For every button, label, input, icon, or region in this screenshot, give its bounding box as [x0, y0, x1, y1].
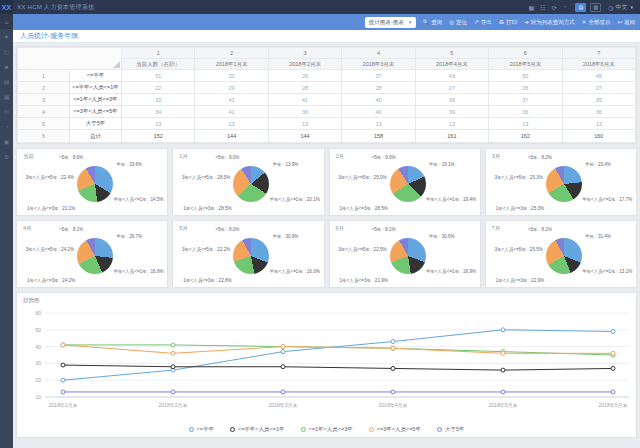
language-label: 中文: [616, 3, 628, 12]
x-tick-label: 2018年1月末: [49, 402, 78, 409]
app-logo: XX: [0, 0, 13, 14]
data-point: [171, 351, 175, 355]
sidebar-item-favorites[interactable]: ★: [0, 29, 13, 44]
legend-label: <=半年<人员<=1年: [238, 426, 285, 433]
cell-value: 39: [415, 106, 488, 118]
table-row[interactable]: 3<=1年<人员<=3年32414140393735: [18, 94, 636, 106]
cell-value: 36: [268, 106, 341, 118]
sidebar-item-settings[interactable]: ⚙: [0, 149, 13, 164]
pie-card-4月: 4月半年 : 26.7%半年<人员<=1年 : 16.8%1年<人员<=3年 :…: [16, 220, 168, 288]
cell-value: 161: [415, 130, 488, 143]
chevron-down-icon: ▼: [630, 5, 634, 10]
row-label: <=半年: [70, 70, 122, 82]
col-number: 6: [489, 48, 562, 59]
col-header: 2018年2月末: [268, 59, 341, 70]
pie-card-1月: 1月半年 : 13.9%半年<人员<=1年 : 20.1%1年<人员<=3年 :…: [172, 148, 324, 216]
pie-slice-label: 半年 : 18.1%: [429, 162, 455, 167]
topbar: XX XX HCM 人力资本管理系统 ▦☷⟳◔ ▤▥ ◷ 中文 ▼: [0, 0, 640, 14]
pie-slice-label: 3年<人员<=5年 : 28.5%: [182, 175, 230, 180]
y-tick-label: 20: [35, 377, 41, 383]
view-mode-value: 统计图表-图表: [369, 19, 404, 26]
org-view-button[interactable]: ▥: [590, 3, 601, 12]
toolbar-search-label: 查询: [431, 19, 442, 26]
sidebar-item-person[interactable]: ☻: [0, 59, 13, 74]
col-number: 3: [268, 48, 341, 59]
pie-slice-label: 1年<人员<=3年 : 24.2%: [27, 278, 75, 283]
data-point: [611, 390, 615, 394]
toolbar-switch-list-mode-button[interactable]: ➜转为列表查询方式: [524, 19, 575, 26]
toolbar-switch-list-mode-label: 转为列表查询方式: [531, 19, 575, 26]
toolbar-search-button[interactable]: 🔍查询: [422, 19, 442, 26]
table-row[interactable]: 5大于5年13131313131313: [18, 118, 636, 130]
switch-list-mode-icon: ➜: [524, 19, 529, 25]
pie-title: 7月: [492, 225, 501, 232]
table-row[interactable]: 4<=3年<人员<=5年34413640393636: [18, 106, 636, 118]
legend-item-y3_to_5[interactable]: <=3年<人员<=5年: [369, 426, 421, 433]
toolbar-export-button[interactable]: ↗导出: [474, 19, 492, 26]
calendar-icon: ▦: [4, 93, 10, 100]
app-root: { "app": { "logo_text": "XX", "title": "…: [0, 0, 640, 448]
language-switcher[interactable]: ◷ 中文 ▼: [608, 3, 634, 12]
data-point: [501, 351, 505, 355]
pie-slice-label: 半年<人员<=1年 : 16.9%: [426, 269, 476, 274]
pie-slice-label: >5年 : 8.0%: [215, 227, 239, 232]
pie-slice-label: >5年 : 9.0%: [371, 155, 395, 160]
legend-item-half_year[interactable]: <=半年: [189, 426, 214, 433]
data-point: [61, 343, 65, 347]
employee-view-button[interactable]: ▤: [575, 3, 586, 12]
table-row[interactable]: 1<=半年51202637435049: [18, 70, 636, 82]
data-point: [391, 340, 395, 344]
col-header: 2018年6月末: [562, 59, 635, 70]
legend-item-half_to_1[interactable]: <=半年<人员<=1年: [230, 426, 285, 433]
cell-value: 160: [562, 130, 635, 143]
sidebar-item-chart[interactable]: ◔: [0, 119, 13, 134]
toolbar-show-all-button[interactable]: ✕全部显示: [582, 19, 611, 26]
view-mode-dropdown[interactable]: 统计图表-图表 ▼: [365, 17, 416, 28]
col-number: 7: [562, 48, 635, 59]
refresh-icon[interactable]: ⟳: [552, 4, 557, 11]
help-icon[interactable]: ◔: [563, 4, 567, 10]
apps-grid-icon[interactable]: ☷: [540, 4, 545, 11]
table-row[interactable]: 2<=半年<人员<=1年22292828272627: [18, 82, 636, 94]
cell-value: 43: [415, 70, 488, 82]
data-point: [501, 328, 505, 332]
sidebar-item-home[interactable]: ⌂: [0, 14, 13, 29]
pie-title: 5月: [179, 225, 188, 232]
legend-item-y1_to_3[interactable]: <=1年<人员<=3年: [301, 426, 353, 433]
pie-title: 6月: [336, 225, 345, 232]
legend-item-gt_5[interactable]: 大于5年: [437, 426, 465, 433]
toolbar-locate-button[interactable]: ◎定位: [449, 19, 467, 26]
sidebar-item-report[interactable]: ▤: [0, 74, 13, 89]
pie-slice-label: 半年 : 26.7%: [116, 234, 142, 239]
legend-marker-icon: [369, 427, 374, 432]
cell-value: 29: [195, 82, 268, 94]
sidebar: ⌂★◫☻▤▦✉◔▣⚙: [0, 14, 13, 448]
pie-graphic: [390, 166, 426, 202]
sidebar-item-folder[interactable]: ▣: [0, 134, 13, 149]
sidebar-item-mail[interactable]: ✉: [0, 104, 13, 119]
pie-slice-label: 1年<人员<=3年 : 22.9%: [496, 278, 544, 283]
row-number: 6: [18, 130, 70, 143]
toolbar-back-button[interactable]: ↩返回: [617, 19, 635, 26]
pie-slice-label: >5年 : 8.1%: [59, 227, 83, 232]
row-number: 3: [18, 94, 70, 106]
data-point: [61, 390, 65, 394]
y-tick-label: 30: [35, 360, 41, 366]
cell-value: 37: [342, 70, 415, 82]
pie-graphic: [390, 238, 426, 274]
home-icon: ⌂: [5, 19, 9, 25]
pie-slice-label: 半年<人员<=1年 : 16.8%: [113, 269, 163, 274]
row-label: <=1年<人员<=3年: [70, 94, 122, 106]
series-line-half_year: [63, 330, 613, 380]
pie-graphic: [546, 238, 582, 274]
calendar-icon[interactable]: ▦: [529, 4, 535, 11]
data-point: [611, 351, 615, 355]
sidebar-item-calendar[interactable]: ▦: [0, 89, 13, 104]
table-row[interactable]: 6总计152144144158161162160: [18, 130, 636, 143]
cell-value: 34: [122, 106, 195, 118]
toolbar-print-button[interactable]: 🖶打印: [499, 19, 518, 26]
favorites-icon: ★: [4, 33, 9, 40]
sidebar-item-org[interactable]: ◫: [0, 44, 13, 59]
cell-value: 20: [195, 70, 268, 82]
pie-slice-label: >5年 : 8.2%: [528, 155, 552, 160]
